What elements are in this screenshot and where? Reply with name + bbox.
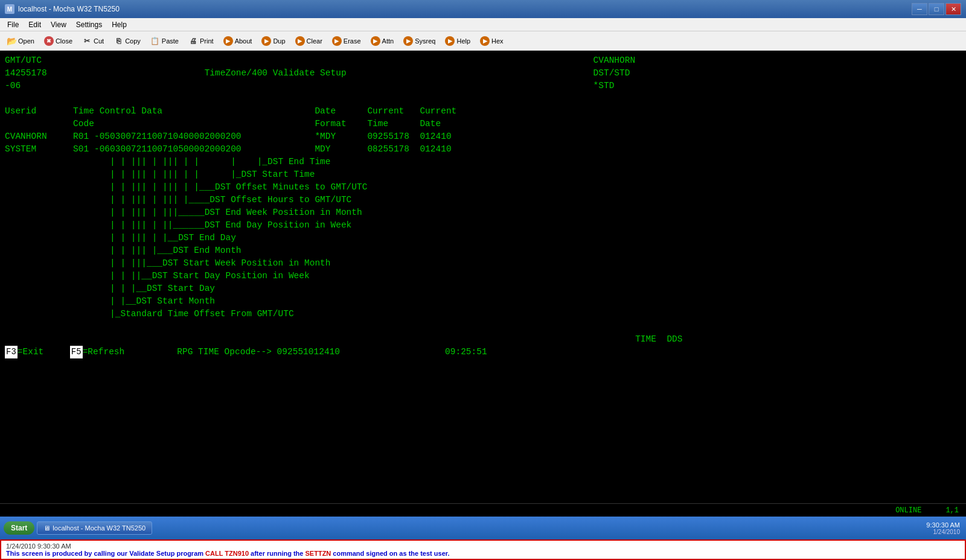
dup-button[interactable]: ▶ Dup <box>257 34 289 48</box>
terminal-line: | | |||___DST Start Week Position in Mon… <box>5 258 331 268</box>
taskbar-terminal-item[interactable]: 🖥 localhost - Mocha W32 TN5250 <box>37 521 152 535</box>
terminal-line: SYSTEM S01 -060300721100710500002000200 … <box>5 144 452 154</box>
cut-icon: ✂ <box>82 36 92 46</box>
erase-button[interactable]: ▶ Erase <box>328 34 365 48</box>
toolbar: 📂 Open ✖ Close ✂ Cut ⎘ Copy 📋 Paste 🖨 Pr… <box>0 31 966 51</box>
maximize-button[interactable]: □ <box>929 3 944 15</box>
paste-button[interactable]: 📋 Paste <box>146 34 183 48</box>
menu-help[interactable]: Help <box>107 19 132 30</box>
info-text-before: This screen is produced by calling our V… <box>6 550 205 557</box>
cut-button[interactable]: ✂ Cut <box>78 34 108 48</box>
info-line2: This screen is produced by calling our V… <box>6 550 960 557</box>
hex-icon: ▶ <box>480 36 490 46</box>
help-icon: ▶ <box>445 36 455 46</box>
menu-edit[interactable]: Edit <box>24 19 46 30</box>
taskbar-item-label: localhost - Mocha W32 TN5250 <box>53 524 146 532</box>
terminal-line: | | ||| | |__DST End Day <box>5 233 236 243</box>
terminal-line: CVANHORN R01 -05030072110071040000200020… <box>5 132 452 141</box>
sysreq-icon: ▶ <box>403 36 413 46</box>
terminal-line: Userid Time Control Data Date Current Cu… <box>5 106 456 116</box>
open-button[interactable]: 📂 Open <box>2 34 39 48</box>
about-icon: ▶ <box>223 36 233 46</box>
terminal-line: | | ||__DST Start Day Position in Week <box>5 271 310 281</box>
status-position: 1,1 <box>945 506 959 515</box>
terminal-line: -06 *STD <box>5 81 614 91</box>
terminal-line: GMT/UTC CVANHORN <box>5 56 635 65</box>
f5-action: =Refresh RPG TIME Opcode--> 092551012410… <box>83 347 487 357</box>
info-text-end: command signed on as the test user. <box>331 550 449 557</box>
menu-settings[interactable]: Settings <box>71 19 107 30</box>
f3-action: =Exit <box>18 347 70 357</box>
copy-label: Copy <box>125 37 141 45</box>
info-line1: 1/24/2010 9:30:30 AM <box>6 542 960 550</box>
terminal-fkey-line: F3=Exit F5=Refresh RPG TIME Opcode--> 09… <box>5 347 487 357</box>
terminal-line: |_Standard Time Offset From GMT/UTC <box>5 309 294 319</box>
close-button-toolbar[interactable]: ✖ Close <box>40 34 77 48</box>
print-button[interactable]: 🖨 Print <box>184 34 218 48</box>
taskbar-time: 9:30:30 AM <box>926 521 960 529</box>
title-bar-left: M localhost - Mocha W32 TN5250 <box>5 4 120 14</box>
close-button[interactable]: ✕ <box>945 3 961 15</box>
dup-label: Dup <box>273 37 285 45</box>
terminal-line: Code Format Time Date <box>5 119 441 129</box>
cut-label: Cut <box>94 37 104 45</box>
terminal-line: | | ||| | ||| | | | |_DST End Time <box>5 157 331 167</box>
f3-key[interactable]: F3 <box>5 346 18 358</box>
menu-bar: File Edit View Settings Help <box>0 18 966 31</box>
attn-button[interactable]: ▶ Attn <box>366 34 398 48</box>
open-label: Open <box>18 37 34 45</box>
open-icon: 📂 <box>7 36 16 46</box>
paste-label: Paste <box>162 37 179 45</box>
terminal-container[interactable]: GMT/UTC CVANHORN 14255178 TimeZone/400 V… <box>0 51 966 503</box>
info-text-after: after running the <box>249 550 305 557</box>
attn-label: Attn <box>382 37 394 45</box>
sysreq-button[interactable]: ▶ Sysreq <box>399 34 440 48</box>
terminal-line: 14255178 TimeZone/400 Validate Setup DST… <box>5 68 630 78</box>
paste-icon: 📋 <box>150 36 160 46</box>
clear-label: Clear <box>307 37 322 45</box>
clear-icon: ▶ <box>295 36 305 46</box>
taskbar-clock: 9:30:30 AM 1/24/2010 <box>926 521 962 535</box>
taskbar-date: 1/24/2010 <box>933 529 961 535</box>
close-icon: ✖ <box>44 36 54 46</box>
hex-button[interactable]: ▶ Hex <box>476 34 508 48</box>
about-button[interactable]: ▶ About <box>219 34 257 48</box>
status-online: ONLINE <box>895 506 921 515</box>
print-label: Print <box>200 37 214 45</box>
terminal-line: | | ||| | |||_____DST End Week Position … <box>5 208 362 217</box>
f5-key[interactable]: F5 <box>70 346 83 358</box>
terminal-screen[interactable]: GMT/UTC CVANHORN 14255178 TimeZone/400 V… <box>0 51 966 503</box>
info-panel: 1/24/2010 9:30:30 AM This screen is prod… <box>0 539 966 560</box>
terminal-line: TIME DDS <box>5 334 682 344</box>
terminal-line: | | ||| | ||| | |___DST Offset Minutes t… <box>5 182 367 192</box>
attn-icon: ▶ <box>371 36 380 46</box>
terminal-line: | | ||| | ||| |____DST Offset Hours to G… <box>5 195 351 205</box>
window-title: localhost - Mocha W32 TN5250 <box>18 5 120 13</box>
terminal-line: | | ||| |___DST End Month <box>5 246 242 255</box>
clear-button[interactable]: ▶ Clear <box>291 34 327 48</box>
taskbar-item-icon: 🖥 <box>43 524 50 532</box>
menu-view[interactable]: View <box>46 19 71 30</box>
status-bar: ONLINE 1,1 <box>0 503 966 517</box>
erase-label: Erase <box>344 37 361 45</box>
print-icon: 🖨 <box>188 36 198 46</box>
taskbar: Start 🖥 localhost - Mocha W32 TN5250 9:3… <box>0 517 966 539</box>
start-button[interactable]: Start <box>4 521 34 535</box>
sysreq-label: Sysreq <box>415 37 435 45</box>
help-label: Help <box>456 37 470 45</box>
terminal-line: | | ||| | ||______DST End Day Position i… <box>5 220 351 230</box>
copy-icon: ⎘ <box>114 36 123 46</box>
dup-icon: ▶ <box>261 36 271 46</box>
app-icon: M <box>5 4 14 14</box>
title-bar: M localhost - Mocha W32 TN5250 ─ □ ✕ <box>0 0 966 18</box>
copy-button[interactable]: ⎘ Copy <box>109 34 145 48</box>
erase-icon: ▶ <box>332 36 342 46</box>
terminal-line: | | |__DST Start Day <box>5 284 215 293</box>
menu-file[interactable]: File <box>2 19 24 30</box>
window-controls[interactable]: ─ □ ✕ <box>912 3 961 15</box>
terminal-line: | | ||| | ||| | | |_DST Start Time <box>5 170 315 179</box>
info-cmd1: CALL TZN910 <box>205 550 249 557</box>
about-label: About <box>235 37 252 45</box>
help-button[interactable]: ▶ Help <box>441 34 475 48</box>
minimize-button[interactable]: ─ <box>912 3 927 15</box>
